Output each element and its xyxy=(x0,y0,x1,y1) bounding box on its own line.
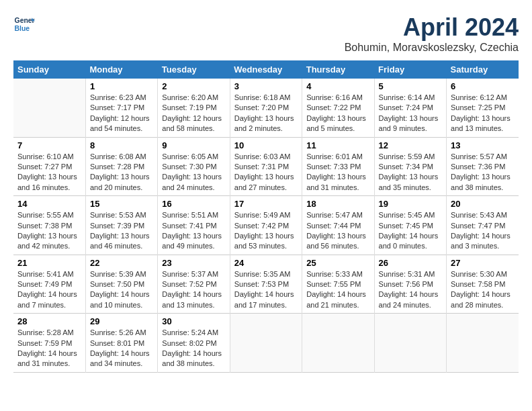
day-info: Sunrise: 5:37 AM Sunset: 7:52 PM Dayligh… xyxy=(162,269,225,311)
week-row-3: 14Sunrise: 5:55 AM Sunset: 7:38 PM Dayli… xyxy=(13,196,519,255)
day-info: Sunrise: 6:16 AM Sunset: 7:22 PM Dayligh… xyxy=(306,93,369,134)
day-number: 16 xyxy=(162,199,225,209)
day-number: 21 xyxy=(17,258,81,268)
day-info: Sunrise: 5:39 AM Sunset: 7:50 PM Dayligh… xyxy=(90,269,153,311)
calendar-cell xyxy=(13,79,85,137)
svg-text:Blue: Blue xyxy=(15,25,30,32)
day-number: 24 xyxy=(234,258,298,268)
day-number: 20 xyxy=(451,199,515,209)
day-number: 9 xyxy=(162,140,225,150)
day-number: 8 xyxy=(90,140,153,150)
day-info: Sunrise: 6:10 AM Sunset: 7:27 PM Dayligh… xyxy=(17,152,81,193)
calendar-cell: 3Sunrise: 6:18 AM Sunset: 7:20 PM Daylig… xyxy=(230,79,302,137)
column-header-friday: Friday xyxy=(374,60,446,79)
day-number: 12 xyxy=(379,140,442,150)
day-number: 22 xyxy=(90,258,153,268)
day-info: Sunrise: 5:33 AM Sunset: 7:55 PM Dayligh… xyxy=(306,269,369,311)
calendar-cell: 20Sunrise: 5:43 AM Sunset: 7:47 PM Dayli… xyxy=(447,196,519,255)
calendar-cell: 4Sunrise: 6:16 AM Sunset: 7:22 PM Daylig… xyxy=(302,79,374,137)
day-info: Sunrise: 6:08 AM Sunset: 7:28 PM Dayligh… xyxy=(90,152,153,193)
calendar-cell: 24Sunrise: 5:35 AM Sunset: 7:53 PM Dayli… xyxy=(230,255,302,314)
calendar-cell xyxy=(230,314,302,373)
page-header: General Blue April 2024 Bohumin, Moravsk… xyxy=(13,13,519,54)
calendar-cell: 16Sunrise: 5:51 AM Sunset: 7:41 PM Dayli… xyxy=(158,196,230,255)
column-header-saturday: Saturday xyxy=(447,60,519,79)
day-info: Sunrise: 5:57 AM Sunset: 7:36 PM Dayligh… xyxy=(451,152,515,193)
calendar-cell xyxy=(374,314,446,373)
calendar-cell: 6Sunrise: 6:12 AM Sunset: 7:25 PM Daylig… xyxy=(447,79,519,137)
month-title: April 2024 xyxy=(345,13,519,42)
week-row-1: 1Sunrise: 6:23 AM Sunset: 7:17 PM Daylig… xyxy=(13,79,519,137)
day-number: 18 xyxy=(306,199,369,209)
calendar-cell xyxy=(302,314,374,373)
day-number: 3 xyxy=(234,81,298,91)
day-info: Sunrise: 5:26 AM Sunset: 8:01 PM Dayligh… xyxy=(90,328,153,369)
calendar-cell: 23Sunrise: 5:37 AM Sunset: 7:52 PM Dayli… xyxy=(158,255,230,314)
calendar-cell: 30Sunrise: 5:24 AM Sunset: 8:02 PM Dayli… xyxy=(158,314,230,373)
calendar-cell: 2Sunrise: 6:20 AM Sunset: 7:19 PM Daylig… xyxy=(158,79,230,137)
calendar-cell: 29Sunrise: 5:26 AM Sunset: 8:01 PM Dayli… xyxy=(85,314,157,373)
calendar-cell: 13Sunrise: 5:57 AM Sunset: 7:36 PM Dayli… xyxy=(447,137,519,196)
week-row-4: 21Sunrise: 5:41 AM Sunset: 7:49 PM Dayli… xyxy=(13,255,519,314)
calendar-cell: 9Sunrise: 6:05 AM Sunset: 7:30 PM Daylig… xyxy=(158,137,230,196)
day-info: Sunrise: 5:47 AM Sunset: 7:44 PM Dayligh… xyxy=(306,210,369,252)
day-number: 6 xyxy=(451,81,515,91)
day-info: Sunrise: 6:12 AM Sunset: 7:25 PM Dayligh… xyxy=(451,93,515,134)
day-info: Sunrise: 5:53 AM Sunset: 7:39 PM Dayligh… xyxy=(90,210,153,252)
logo-icon: General Blue xyxy=(13,13,35,35)
day-number: 1 xyxy=(90,81,153,91)
day-info: Sunrise: 5:59 AM Sunset: 7:34 PM Dayligh… xyxy=(379,152,442,193)
day-info: Sunrise: 5:24 AM Sunset: 8:02 PM Dayligh… xyxy=(162,328,225,369)
day-info: Sunrise: 6:05 AM Sunset: 7:30 PM Dayligh… xyxy=(162,152,225,193)
day-info: Sunrise: 6:20 AM Sunset: 7:19 PM Dayligh… xyxy=(162,93,225,134)
calendar-cell: 11Sunrise: 6:01 AM Sunset: 7:33 PM Dayli… xyxy=(302,137,374,196)
day-number: 15 xyxy=(90,199,153,209)
day-number: 14 xyxy=(17,199,81,209)
day-number: 29 xyxy=(90,316,153,326)
calendar-cell: 27Sunrise: 5:30 AM Sunset: 7:58 PM Dayli… xyxy=(447,255,519,314)
calendar-cell: 1Sunrise: 6:23 AM Sunset: 7:17 PM Daylig… xyxy=(85,79,157,137)
day-number: 4 xyxy=(306,81,369,91)
day-info: Sunrise: 5:49 AM Sunset: 7:42 PM Dayligh… xyxy=(234,210,298,252)
calendar-cell: 18Sunrise: 5:47 AM Sunset: 7:44 PM Dayli… xyxy=(302,196,374,255)
day-number: 7 xyxy=(17,140,81,150)
calendar-cell: 21Sunrise: 5:41 AM Sunset: 7:49 PM Dayli… xyxy=(13,255,85,314)
day-info: Sunrise: 6:01 AM Sunset: 7:33 PM Dayligh… xyxy=(306,152,369,193)
day-info: Sunrise: 5:45 AM Sunset: 7:45 PM Dayligh… xyxy=(379,210,442,252)
calendar-cell: 26Sunrise: 5:31 AM Sunset: 7:56 PM Dayli… xyxy=(374,255,446,314)
logo: General Blue xyxy=(13,13,35,35)
day-info: Sunrise: 5:55 AM Sunset: 7:38 PM Dayligh… xyxy=(17,210,81,252)
column-header-monday: Monday xyxy=(85,60,157,79)
day-info: Sunrise: 5:41 AM Sunset: 7:49 PM Dayligh… xyxy=(17,269,81,311)
calendar-cell: 14Sunrise: 5:55 AM Sunset: 7:38 PM Dayli… xyxy=(13,196,85,255)
day-number: 10 xyxy=(234,140,298,150)
day-number: 28 xyxy=(17,316,81,326)
calendar-cell: 5Sunrise: 6:14 AM Sunset: 7:24 PM Daylig… xyxy=(374,79,446,137)
location-subtitle: Bohumin, Moravskoslezsky, Czechia xyxy=(345,42,519,54)
day-number: 23 xyxy=(162,258,225,268)
day-number: 26 xyxy=(379,258,442,268)
day-info: Sunrise: 5:30 AM Sunset: 7:58 PM Dayligh… xyxy=(451,269,515,311)
day-info: Sunrise: 5:43 AM Sunset: 7:47 PM Dayligh… xyxy=(451,210,515,252)
calendar-header-row: SundayMondayTuesdayWednesdayThursdayFrid… xyxy=(13,60,519,79)
calendar-cell: 12Sunrise: 5:59 AM Sunset: 7:34 PM Dayli… xyxy=(374,137,446,196)
day-info: Sunrise: 6:18 AM Sunset: 7:20 PM Dayligh… xyxy=(234,93,298,134)
day-info: Sunrise: 5:51 AM Sunset: 7:41 PM Dayligh… xyxy=(162,210,225,252)
day-info: Sunrise: 5:35 AM Sunset: 7:53 PM Dayligh… xyxy=(234,269,298,311)
day-number: 19 xyxy=(379,199,442,209)
day-info: Sunrise: 6:23 AM Sunset: 7:17 PM Dayligh… xyxy=(90,93,153,134)
day-number: 17 xyxy=(234,199,298,209)
column-header-tuesday: Tuesday xyxy=(158,60,230,79)
calendar-table: SundayMondayTuesdayWednesdayThursdayFrid… xyxy=(13,60,519,373)
day-number: 5 xyxy=(379,81,442,91)
day-info: Sunrise: 5:28 AM Sunset: 7:59 PM Dayligh… xyxy=(17,328,81,369)
day-info: Sunrise: 6:14 AM Sunset: 7:24 PM Dayligh… xyxy=(379,93,442,134)
calendar-cell: 7Sunrise: 6:10 AM Sunset: 7:27 PM Daylig… xyxy=(13,137,85,196)
day-number: 25 xyxy=(306,258,369,268)
calendar-cell: 15Sunrise: 5:53 AM Sunset: 7:39 PM Dayli… xyxy=(85,196,157,255)
day-number: 30 xyxy=(162,316,225,326)
column-header-sunday: Sunday xyxy=(13,60,85,79)
column-header-wednesday: Wednesday xyxy=(230,60,302,79)
calendar-cell: 28Sunrise: 5:28 AM Sunset: 7:59 PM Dayli… xyxy=(13,314,85,373)
day-number: 2 xyxy=(162,81,225,91)
